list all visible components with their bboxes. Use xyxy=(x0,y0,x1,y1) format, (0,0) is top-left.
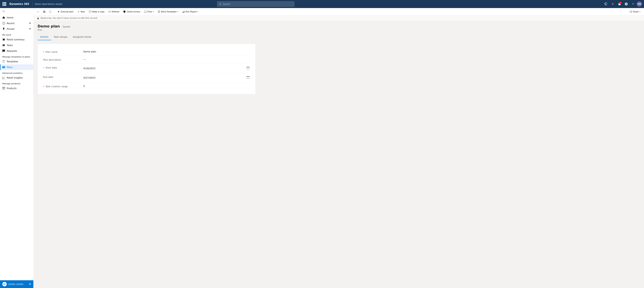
run-report-chevron-icon: ▾ xyxy=(198,11,198,12)
sidebar-item-retail-summary[interactable]: Retail summary xyxy=(0,37,33,42)
form-label-start-date: * Start date xyxy=(43,66,80,69)
sidebar-item-label-pinned: Pinned xyxy=(7,28,14,30)
module-name: Store Operations Assist xyxy=(35,3,62,5)
sidebar-item-label-products: Products xyxy=(7,87,16,90)
requests-icon xyxy=(2,50,5,52)
history-icon xyxy=(49,10,52,13)
share-chevron-icon: ▾ xyxy=(640,11,640,12)
execute-plan-button[interactable]: Execute plan xyxy=(56,9,75,14)
back-icon xyxy=(37,10,40,13)
run-report-button[interactable]: Run Report ▾ xyxy=(180,9,200,14)
sidebar-item-label-plans: Plans xyxy=(7,66,13,68)
help-button[interactable] xyxy=(630,1,636,7)
form-value-start-date: 4/18/2023 xyxy=(83,66,250,70)
plan-description-value: --- xyxy=(83,58,250,61)
chevron-down-icon xyxy=(29,22,31,24)
sidebar-collapse-button[interactable] xyxy=(0,8,33,15)
summary-button[interactable] xyxy=(42,9,47,14)
share-label: Share xyxy=(633,10,639,13)
flow-icon xyxy=(144,10,146,13)
record-title-text: Demo plan xyxy=(38,24,60,28)
record-type: Plan xyxy=(38,29,640,31)
form-row-task-creation-range: * Task creation range 5 xyxy=(43,82,250,90)
flow-button[interactable]: Flow ▾ xyxy=(142,9,155,14)
add-button[interactable] xyxy=(610,1,616,7)
readonly-banner: Read-only: You don't have access to edit… xyxy=(34,15,644,21)
tab-task-setups-label: Task setups xyxy=(54,35,68,38)
history-button[interactable] xyxy=(48,9,53,14)
lock-icon xyxy=(37,17,39,19)
refresh-icon xyxy=(108,10,111,13)
sidebar-item-retail-insights[interactable]: Retail insights xyxy=(0,75,33,81)
tabs-bar: Details Task setups Assigned stores xyxy=(38,34,640,40)
form-label-plan-name: * Plan name xyxy=(43,50,80,53)
plans-icon xyxy=(2,66,5,68)
summary-icon xyxy=(43,10,46,13)
nav-divider xyxy=(32,2,33,6)
tab-details-label: Details xyxy=(40,35,48,38)
end-date-calendar-icon[interactable] xyxy=(246,75,250,80)
check-access-button[interactable]: Check Access xyxy=(122,9,142,14)
retail-summary-icon xyxy=(2,38,5,41)
make-a-copy-button[interactable]: Make a copy xyxy=(87,9,106,14)
sidebar-item-templates[interactable]: Templates xyxy=(0,59,33,64)
form-value-plan-description: --- xyxy=(83,58,250,61)
form-row-plan-description: Plan description --- xyxy=(43,56,250,64)
manage-products-section-label: Manage products xyxy=(0,81,33,85)
products-icon xyxy=(2,87,5,90)
word-templates-icon xyxy=(158,10,160,13)
form-value-plan-name: Demo plan xyxy=(83,50,250,53)
notification-count: 10 xyxy=(619,2,622,4)
check-access-label: Check Access xyxy=(126,10,140,13)
waffle-menu[interactable] xyxy=(2,2,7,6)
form-value-task-creation-range: 5 xyxy=(83,85,250,87)
tasks-icon xyxy=(2,44,5,46)
form-row-end-date: End date 4/27/2023 xyxy=(43,73,250,82)
sidebar-item-plans[interactable]: Plans xyxy=(0,64,33,70)
start-date-calendar-icon[interactable] xyxy=(246,66,250,70)
sidebar-item-requests[interactable]: Requests xyxy=(0,48,33,54)
sidebar-item-action-center[interactable]: AC Action center xyxy=(0,280,33,288)
tab-assigned-stores-label: Assigned stores xyxy=(73,35,91,38)
new-button[interactable]: New xyxy=(76,9,86,14)
form-label-end-date: End date xyxy=(43,75,80,78)
templates-icon xyxy=(2,60,5,63)
notifications-button[interactable]: 10 xyxy=(616,1,622,7)
plan-name-value: Demo plan xyxy=(83,50,250,53)
record-header: Demo plan - Saved Plan xyxy=(38,24,640,31)
sidebar-item-label-templates: Templates xyxy=(7,60,18,63)
refresh-button[interactable]: Refresh xyxy=(107,9,121,14)
share-icon xyxy=(630,10,632,13)
execute-plan-icon xyxy=(58,10,60,13)
lightbulb-button[interactable] xyxy=(603,1,609,7)
recent-icon xyxy=(2,22,5,25)
back-button[interactable] xyxy=(36,9,41,14)
make-a-copy-label: Make a copy xyxy=(92,10,104,13)
end-date-value: 4/27/2023 xyxy=(83,76,246,79)
flow-label: Flow xyxy=(148,10,152,13)
settings-button[interactable] xyxy=(623,1,629,7)
user-avatar[interactable]: SM xyxy=(636,1,642,7)
sidebar-item-pinned[interactable]: Pinned xyxy=(0,26,33,32)
share-button[interactable]: Share ▾ xyxy=(628,9,642,14)
sidebar-item-products[interactable]: Products xyxy=(0,85,33,91)
sidebar-item-label-retail-summary: Retail summary xyxy=(7,38,24,41)
record-saved-status: - Saved xyxy=(61,25,70,28)
main-layout: Home Recent Pinned My work Retail summar… xyxy=(0,8,644,288)
search-box[interactable] xyxy=(217,1,294,7)
sidebar: Home Recent Pinned My work Retail summar… xyxy=(0,8,34,288)
word-templates-button[interactable]: Word Templates ▾ xyxy=(156,9,180,14)
sidebar-item-home[interactable]: Home xyxy=(0,15,33,20)
form-row-start-date: * Start date 4/18/2023 xyxy=(43,64,250,73)
chevron-down-icon-pinned xyxy=(29,28,31,30)
sidebar-item-label-tasks: Tasks xyxy=(7,44,13,46)
retail-insights-icon xyxy=(2,76,5,79)
form-row-plan-name: * Plan name Demo plan xyxy=(43,48,250,56)
tab-details[interactable]: Details xyxy=(38,34,51,40)
advanced-analytics-section-label: Advanced analytics xyxy=(0,70,33,75)
search-input[interactable] xyxy=(223,3,292,5)
sidebar-item-recent[interactable]: Recent xyxy=(0,20,33,26)
sidebar-item-tasks[interactable]: Tasks xyxy=(0,42,33,48)
tab-task-setups[interactable]: Task setups xyxy=(51,34,70,40)
tab-assigned-stores[interactable]: Assigned stores xyxy=(70,34,94,40)
